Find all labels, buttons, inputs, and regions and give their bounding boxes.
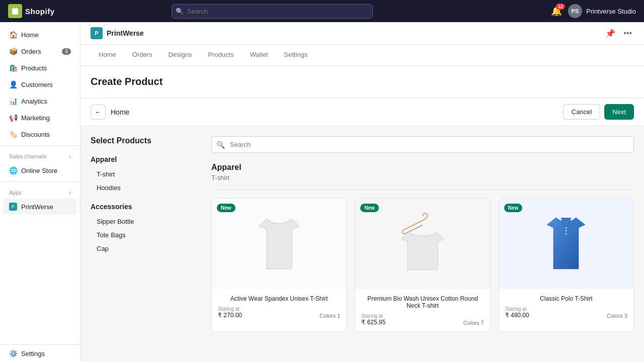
sidebar-label-products: Products <box>21 64 47 72</box>
svg-point-1 <box>566 230 567 232</box>
orders-badge: 8 <box>62 48 71 55</box>
sidebar-label-settings: Settings <box>21 350 45 357</box>
category-item-cap[interactable]: Cap <box>91 242 201 255</box>
shopify-logo: shopify <box>8 4 78 18</box>
sidebar-item-printwerse[interactable]: P PrintWerse <box>3 199 77 215</box>
product-info-1: Active Wear Spandex Unisex T-Shirt Stari… <box>212 289 346 325</box>
nav-item-wallet[interactable]: Wallet <box>242 45 276 65</box>
right-panel: 🔍 Apparel T-shirt New <box>211 136 634 340</box>
product-name-2: Premium Bio Wash Unisex Cotton Round Nec… <box>361 295 484 309</box>
product-card-2[interactable]: New Premium Bio Wash Unisex Cotton Round… <box>355 198 490 332</box>
apps-expand-icon[interactable]: › <box>69 189 71 196</box>
nav-item-orders[interactable]: Orders <box>124 45 160 65</box>
product-search-input[interactable] <box>211 136 634 153</box>
product-subsection-title: T-shirt <box>211 174 634 182</box>
category-item-tshirt[interactable]: T-shirt <box>91 167 201 181</box>
sidebar-item-discounts[interactable]: 🏷️ Discounts <box>3 126 77 142</box>
pin-button[interactable]: 📌 <box>603 28 617 39</box>
next-button[interactable]: Next <box>604 104 634 120</box>
sidebar-item-orders[interactable]: 📦 Orders 8 <box>3 43 77 59</box>
sidebar-divider-1 <box>0 145 80 146</box>
app-logo: P <box>91 27 103 39</box>
product-info-3: Classic Polo T-Shirt Staring at ₹ 480.00… <box>499 289 633 325</box>
workflow-breadcrumb: Home <box>111 108 129 116</box>
category-apparel: Apparel T-shirt Hoodies <box>91 155 201 195</box>
category-item-hoodies[interactable]: Hoodies <box>91 181 201 195</box>
product-colors-2: Colors 7 <box>463 320 484 326</box>
nav-item-home[interactable]: Home <box>91 45 124 65</box>
category-apparel-title: Apparel <box>91 155 201 163</box>
sidebar-label-marketing: Marketing <box>21 114 50 122</box>
product-name-1: Active Wear Spandex Unisex T-Shirt <box>218 295 340 302</box>
sidebar-bottom: ⚙️ Settings <box>0 344 80 362</box>
product-badge-2: New <box>360 204 379 212</box>
sidebar-label-discounts: Discounts <box>21 131 50 138</box>
product-badge-1: New <box>217 204 235 212</box>
product-name-3: Classic Polo T-Shirt <box>505 295 627 302</box>
price-value-2: ₹ 625.95 <box>361 319 385 326</box>
app-name: PrintWerse <box>107 29 144 37</box>
topbar-search-input[interactable] <box>172 4 373 19</box>
price-label-3: Staring at <box>505 306 529 312</box>
more-options-button[interactable]: ••• <box>621 28 634 39</box>
sidebar-item-home[interactable]: 🏠 Home <box>3 27 77 43</box>
sales-channels-expand-icon[interactable]: › <box>69 153 71 160</box>
sidebar-item-settings[interactable]: ⚙️ Settings <box>3 345 77 361</box>
app-header-right: 📌 ••• <box>603 28 634 39</box>
home-icon: 🏠 <box>9 31 17 39</box>
left-panel: Select Products Apparel T-shirt Hoodies … <box>91 136 201 340</box>
product-card-3[interactable]: New <box>499 198 634 332</box>
price-label-2: Staring at <box>361 313 385 319</box>
user-avatar: PS <box>568 4 582 18</box>
notification-button[interactable]: 🔔 12 <box>551 6 562 17</box>
price-label-1: Staring at <box>218 306 242 312</box>
analytics-icon: 📊 <box>9 97 17 105</box>
main-content: P PrintWerse 📌 ••• Home Orders Designs P… <box>80 22 644 362</box>
create-product-section: Create Product <box>80 66 644 98</box>
sidebar-divider-2 <box>0 182 80 182</box>
category-accessories-title: Accessories <box>91 203 201 211</box>
sidebar-item-marketing[interactable]: 📢 Marketing <box>3 110 77 126</box>
app-nav: Home Orders Designs Products Wallet Sett… <box>80 45 644 66</box>
sidebar-label-printwerse: PrintWerse <box>21 203 53 211</box>
sidebar-label-analytics: Analytics <box>21 98 47 105</box>
sidebar-section-sales-channels: Sales channels › <box>0 149 80 162</box>
sidebar: 🏠 Home 📦 Orders 8 🛍️ Products 👤 Customer… <box>0 22 80 362</box>
product-badge-3: New <box>504 204 523 212</box>
product-meta-2: Staring at ₹ 625.95 Colors 7 <box>361 313 484 326</box>
product-info-2: Premium Bio Wash Unisex Cotton Round Nec… <box>355 289 490 332</box>
workflow-right: Cancel Next <box>563 104 634 120</box>
nav-item-products[interactable]: Products <box>200 45 242 65</box>
product-price-3: Staring at ₹ 480.00 <box>505 306 529 319</box>
search-icon: 🔍 <box>176 8 184 15</box>
nav-item-settings[interactable]: Settings <box>276 45 315 65</box>
printwerse-icon: P <box>9 203 17 211</box>
sidebar-section-apps: Apps › <box>0 185 80 198</box>
notification-badge: 12 <box>556 4 565 10</box>
category-item-sipper-bottle[interactable]: Sipper Bottle <box>91 215 201 228</box>
cancel-button[interactable]: Cancel <box>563 104 600 120</box>
sidebar-item-customers[interactable]: 👤 Customers <box>3 76 77 93</box>
customers-icon: 👤 <box>9 80 17 88</box>
sidebar-label-customers: Customers <box>21 81 53 88</box>
svg-point-0 <box>566 227 567 229</box>
nav-item-designs[interactable]: Designs <box>160 45 200 65</box>
workflow-bar: ← Home Cancel Next <box>80 98 644 126</box>
content-area: Select Products Apparel T-shirt Hoodies … <box>80 126 644 350</box>
product-search-bar: 🔍 <box>211 136 634 153</box>
product-card-1[interactable]: New Active Wear Spandex Unisex T-Shirt S… <box>211 198 347 332</box>
back-button[interactable]: ← <box>91 105 106 120</box>
product-section-divider <box>211 190 634 190</box>
category-item-tote-bags[interactable]: Tote Bags <box>91 228 201 242</box>
price-value-3: ₹ 480.00 <box>505 312 529 319</box>
shopify-bag-icon <box>8 4 22 18</box>
sidebar-item-analytics[interactable]: 📊 Analytics <box>3 93 77 109</box>
marketing-icon: 📢 <box>9 114 17 122</box>
sidebar-label-home: Home <box>21 31 39 39</box>
sidebar-item-online-store[interactable]: 🌐 Online Store <box>3 162 77 178</box>
online-store-icon: 🌐 <box>9 166 17 174</box>
user-info: PS Printverse Studio <box>568 4 636 18</box>
svg-point-2 <box>566 233 567 235</box>
sidebar-item-products[interactable]: 🛍️ Products <box>3 60 77 76</box>
category-accessories: Accessories Sipper Bottle Tote Bags Cap <box>91 203 201 255</box>
